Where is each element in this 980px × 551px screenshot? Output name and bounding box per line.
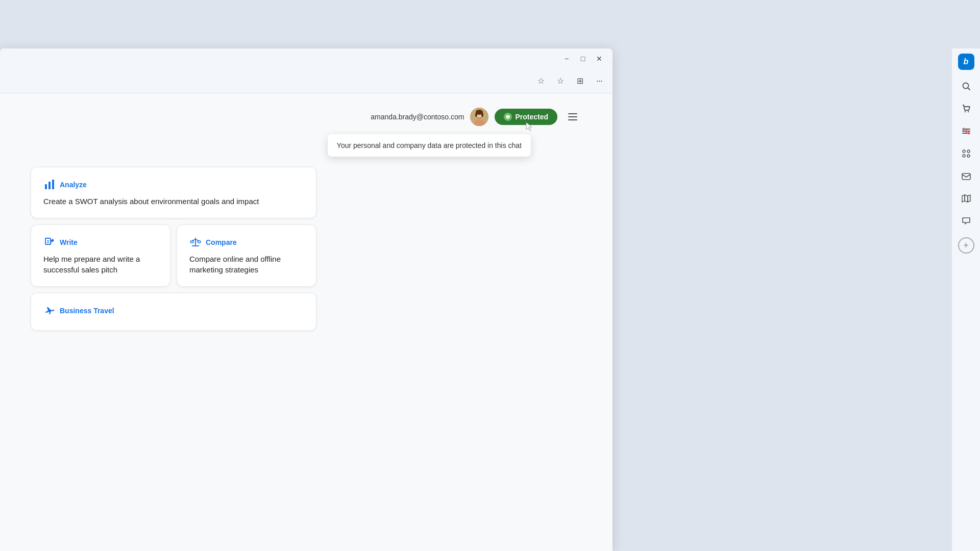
cards-area: Analyze Create a SWOT analysis about env…: [31, 167, 582, 351]
write-category: Write: [43, 236, 158, 248]
sidebar-outlook-button[interactable]: [956, 166, 976, 186]
svg-point-23: [967, 111, 968, 112]
plus-icon: +: [963, 240, 969, 251]
svg-rect-9: [568, 119, 577, 120]
close-button[interactable]: ✕: [592, 52, 606, 66]
minimize-button[interactable]: −: [559, 52, 574, 66]
user-email: amanda.brady@contoso.com: [371, 113, 464, 121]
svg-point-22: [964, 111, 965, 112]
svg-point-20: [963, 83, 968, 89]
search-icon: [962, 82, 971, 91]
write-label: Write: [60, 238, 78, 246]
favorites-icon: ☆: [557, 76, 564, 86]
card-half-row: Write Help me prepare and write a succes…: [31, 224, 316, 287]
svg-point-6: [481, 113, 483, 117]
analyze-category: Analyze: [43, 179, 304, 191]
svg-rect-13: [45, 238, 51, 244]
protected-label: Protected: [515, 113, 548, 121]
title-bar: − □ ✕: [0, 48, 612, 69]
scale-icon: [189, 236, 202, 248]
sidebar-add-button[interactable]: +: [958, 237, 974, 254]
shopping-icon: [962, 104, 971, 113]
business-travel-label: Business Travel: [60, 307, 114, 315]
sidebar-search-button[interactable]: [956, 76, 976, 96]
bing-sidebar: b: [951, 48, 980, 551]
sidebar-apps-button[interactable]: [956, 143, 976, 164]
write-card[interactable]: Write Help me prepare and write a succes…: [31, 224, 170, 287]
business-travel-card[interactable]: Business Travel: [31, 293, 316, 331]
svg-rect-27: [963, 128, 964, 131]
apps-icon: [962, 149, 971, 158]
compare-label: Compare: [206, 238, 237, 246]
analyze-label: Analyze: [60, 181, 87, 189]
bar-chart-icon: [43, 179, 56, 191]
favorites-button[interactable]: ☆: [552, 73, 569, 89]
svg-rect-28: [966, 130, 967, 133]
sidebar-tools-button[interactable]: [956, 121, 976, 141]
nav-bar: ☆ ☆ ⊞ ···: [0, 69, 612, 93]
svg-rect-10: [45, 184, 47, 189]
protected-tooltip: Your personal and company data are prote…: [328, 134, 531, 157]
collections-button[interactable]: ⊞: [572, 73, 588, 89]
protected-shield-icon: [504, 113, 512, 121]
analyze-text: Create a SWOT analysis about environment…: [43, 196, 304, 207]
write-text: Help me prepare and write a successful s…: [43, 254, 158, 275]
sidebar-messages-button[interactable]: [956, 211, 976, 231]
svg-point-18: [190, 241, 193, 243]
hamburger-menu-button[interactable]: [564, 108, 582, 126]
business-travel-category: Business Travel: [43, 305, 304, 317]
svg-rect-8: [568, 116, 577, 117]
svg-point-19: [198, 241, 201, 243]
maximize-button[interactable]: □: [576, 52, 590, 66]
compare-category: Compare: [189, 236, 304, 248]
analyze-card[interactable]: Analyze Create a SWOT analysis about env…: [31, 167, 316, 218]
hamburger-icon: [568, 113, 577, 120]
protected-button[interactable]: Protected: [495, 109, 557, 125]
favorite-star-icon: ☆: [537, 76, 545, 86]
svg-point-33: [967, 155, 970, 157]
collections-icon: ⊞: [577, 76, 583, 86]
sidebar-maps-button[interactable]: [956, 188, 976, 209]
main-content: amanda.brady@contoso.com: [0, 93, 612, 551]
svg-rect-12: [52, 180, 54, 189]
user-avatar: [470, 108, 488, 126]
svg-point-32: [963, 155, 965, 157]
more-button[interactable]: ···: [591, 73, 607, 89]
compare-text: Compare online and offline marketing str…: [189, 254, 304, 275]
svg-rect-7: [568, 113, 577, 114]
more-dots-icon: ···: [596, 76, 602, 86]
svg-point-5: [475, 113, 477, 117]
plane-icon: [43, 305, 56, 317]
tooltip-text: Your personal and company data are prote…: [337, 141, 522, 149]
favorite-star-button[interactable]: ☆: [533, 73, 549, 89]
svg-rect-34: [962, 173, 970, 180]
browser-window: − □ ✕ ☆ ☆ ⊞ ··· amanda.brady@contoso.com: [0, 48, 612, 551]
outlook-icon: [962, 171, 971, 181]
svg-rect-11: [48, 182, 51, 189]
bing-logo-button[interactable]: b: [958, 54, 974, 70]
svg-point-31: [967, 150, 970, 153]
messages-icon: [962, 216, 971, 226]
svg-line-21: [968, 88, 970, 90]
maps-icon: [962, 194, 971, 203]
svg-point-30: [963, 150, 965, 153]
tools-icon: [962, 127, 971, 136]
compare-card[interactable]: Compare Compare online and offline marke…: [177, 224, 316, 287]
header-area: amanda.brady@contoso.com: [31, 93, 582, 136]
sidebar-shopping-button[interactable]: [956, 98, 976, 119]
svg-rect-29: [968, 132, 969, 135]
edit-icon: [43, 236, 56, 248]
